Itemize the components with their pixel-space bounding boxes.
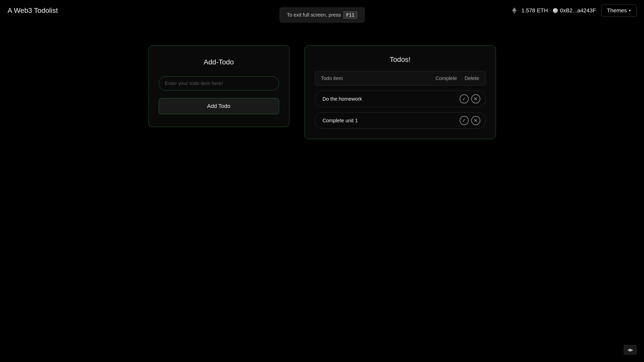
collapse-button[interactable]: ◀▶: [624, 345, 636, 354]
main-content: Add-Todo Add Todo Todos! Todo item Compl…: [0, 45, 644, 139]
wallet-address-text: 0xB2...a4243F: [560, 7, 596, 14]
todos-table-header: Todo item Complete Delete: [315, 71, 486, 86]
wallet-avatar: [553, 8, 558, 13]
close-icon: ✕: [473, 96, 478, 102]
wallet-address: 0xB2...a4243F: [553, 7, 596, 14]
add-todo-button[interactable]: Add Todo: [159, 98, 279, 114]
close-icon: ✕: [473, 117, 478, 124]
themes-button[interactable]: Themes ▾: [601, 5, 636, 17]
delete-column-label: Delete: [465, 75, 479, 81]
add-todo-title: Add-Todo: [204, 58, 234, 66]
fullscreen-key: F11: [344, 11, 357, 19]
todos-card: Todos! Todo item Complete Delete Do the …: [304, 45, 496, 139]
eth-icon: [510, 6, 519, 15]
app-title: A Web3 Todolist: [8, 7, 58, 15]
todo-item-text: Do the homework: [320, 96, 460, 102]
todos-title: Todos!: [315, 56, 486, 64]
delete-button[interactable]: ✕: [471, 116, 480, 125]
todo-input[interactable]: [159, 76, 279, 91]
checkmark-icon: ✓: [462, 118, 466, 123]
todo-item-text: Complete unit 1: [320, 118, 460, 124]
header-right: 1.578 ETH 0xB2...a4243F Themes ▾: [510, 5, 636, 17]
fullscreen-notice-text: To exit full screen, press: [287, 12, 341, 18]
checkmark-icon: ✓: [462, 96, 466, 102]
complete-column-label: Complete: [435, 75, 457, 81]
chevron-down-icon: ▾: [629, 9, 631, 13]
todo-item-actions: ✓ ✕: [460, 94, 480, 103]
complete-button[interactable]: ✓: [460, 94, 469, 103]
todo-item-column-label: Todo item: [321, 75, 343, 81]
eth-balance: 1.578 ETH: [510, 6, 548, 15]
todo-item: Complete unit 1 ✓ ✕: [315, 112, 486, 129]
delete-button[interactable]: ✕: [471, 94, 480, 103]
complete-button[interactable]: ✓: [460, 116, 469, 125]
eth-amount: 1.578 ETH: [521, 7, 548, 14]
add-todo-card: Add-Todo Add Todo: [148, 45, 289, 127]
todo-item: Do the homework ✓ ✕: [315, 91, 486, 107]
fullscreen-notice: To exit full screen, press F11: [280, 8, 364, 22]
themes-label: Themes: [607, 7, 627, 14]
todo-item-actions: ✓ ✕: [460, 116, 480, 125]
